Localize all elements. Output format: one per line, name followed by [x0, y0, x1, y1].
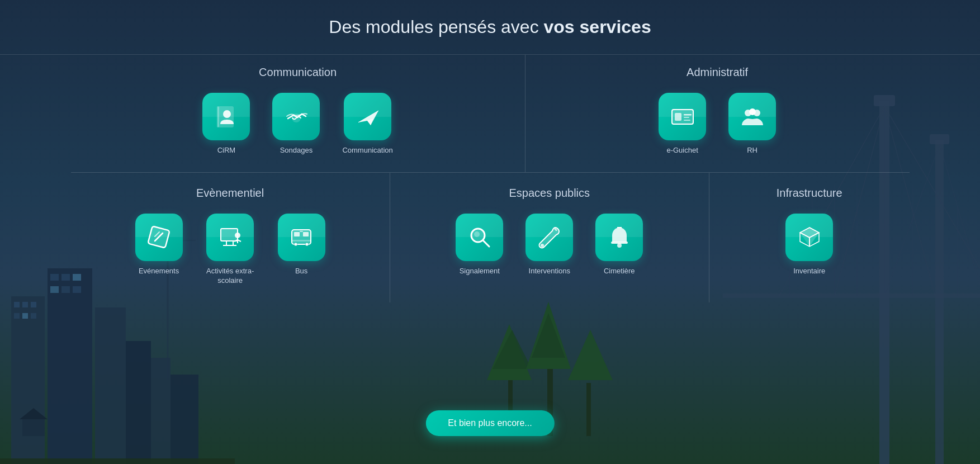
section-infrastructure: Infrastructure: [709, 173, 910, 302]
section-title-evenementiel: Evènementiel: [88, 187, 373, 200]
inventaire-icon: [796, 223, 823, 251]
infrastructure-icons: Inventaire: [726, 214, 893, 276]
svg-point-90: [617, 243, 622, 248]
evenements-icon-box: [135, 214, 183, 261]
activites-icon-box: [206, 214, 254, 261]
svg-point-64: [749, 108, 756, 115]
module-evenements[interactable]: Evénements: [135, 214, 183, 286]
communication-label: Communication: [342, 146, 392, 155]
cta-button[interactable]: Et bien plus encore...: [425, 410, 554, 436]
module-rh[interactable]: RH: [728, 93, 776, 155]
communication-icon: [354, 103, 382, 131]
eguichet-label: e-Guichet: [666, 146, 698, 155]
administratif-icons: e-Guichet RH: [542, 93, 893, 155]
section-evenementiel: Evènementiel Evé: [71, 173, 390, 302]
svg-rect-78: [294, 232, 300, 236]
communication-icon-box: [344, 93, 391, 140]
section-administratif: Administratif: [525, 55, 910, 172]
svg-rect-61: [684, 120, 690, 121]
svg-marker-53: [358, 111, 378, 125]
svg-point-51: [223, 110, 231, 118]
module-inventaire[interactable]: Inventaire: [785, 214, 833, 276]
activites-label: Activités extra-scolaire: [205, 267, 255, 286]
module-eguichet[interactable]: e-Guichet: [659, 93, 706, 155]
sondages-icon: [282, 103, 310, 131]
cirm-label: CiRM: [217, 146, 236, 155]
rh-icon: [738, 103, 766, 131]
module-signalement[interactable]: Signalement: [456, 214, 503, 276]
bus-label: Bus: [295, 267, 307, 276]
espaces-icons: Signalement Interventions: [407, 214, 692, 276]
svg-point-73: [235, 233, 240, 238]
communication-icons: CiRM Sondages: [88, 93, 508, 155]
interventions-icon: [536, 223, 564, 251]
sondages-icon-box: [272, 93, 320, 140]
svg-rect-83: [300, 231, 303, 232]
cimetiere-label: Cimetière: [604, 267, 635, 276]
modules-container: Communication Ci: [71, 55, 910, 302]
module-interventions[interactable]: Interventions: [525, 214, 573, 276]
cimetiere-icon: [605, 223, 633, 251]
page-title: Des modules pensés avec vos services: [329, 17, 651, 37]
section-communication: Communication Ci: [71, 55, 525, 172]
bus-icon: [287, 223, 315, 251]
svg-point-81: [294, 243, 297, 246]
signalement-icon-box: [456, 214, 503, 261]
interventions-label: Interventions: [529, 267, 570, 276]
module-bus[interactable]: Bus: [278, 214, 325, 286]
bottom-row: Evènementiel Evé: [71, 173, 910, 302]
inventaire-label: Inventaire: [793, 267, 825, 276]
signalement-icon: [466, 223, 494, 251]
svg-rect-79: [303, 232, 309, 236]
interventions-icon-box: [525, 214, 573, 261]
cirm-icon-box: [202, 93, 250, 140]
svg-rect-58: [675, 113, 681, 121]
module-sondages[interactable]: Sondages: [272, 93, 320, 155]
page-content: Des modules pensés avec vos services Com…: [0, 0, 980, 464]
cimetiere-icon-box: [595, 214, 643, 261]
evenements-icon: [145, 223, 173, 251]
svg-point-87: [541, 244, 544, 247]
evenements-label: Evénements: [139, 267, 179, 276]
eguichet-icon-box: [659, 93, 706, 140]
bus-icon-box: [278, 214, 325, 261]
cirm-icon: [212, 103, 240, 131]
inventaire-icon-box: [785, 214, 833, 261]
activites-icon: [216, 223, 244, 251]
rh-label: RH: [747, 146, 758, 155]
svg-point-86: [474, 231, 480, 237]
module-activites[interactable]: Activités extra-scolaire: [205, 214, 255, 286]
rh-icon-box: [728, 93, 776, 140]
svg-rect-59: [684, 114, 692, 116]
module-cimetiere[interactable]: Cimetière: [595, 214, 643, 276]
section-title-communication: Communication: [88, 66, 508, 79]
section-title-administratif: Administratif: [542, 66, 893, 79]
top-row: Communication Ci: [71, 55, 910, 172]
svg-rect-50: [217, 106, 219, 127]
section-title-infrastructure: Infrastructure: [726, 187, 893, 200]
section-espaces-publics: Espaces publics Signalement: [390, 173, 709, 302]
svg-point-82: [305, 243, 309, 246]
svg-rect-80: [292, 240, 311, 242]
section-title-espaces: Espaces publics: [407, 187, 692, 200]
cta-wrapper: Et bien plus encore...: [425, 410, 554, 436]
module-communication[interactable]: Communication: [342, 93, 392, 155]
eguichet-icon: [669, 103, 697, 131]
module-cirm[interactable]: CiRM: [202, 93, 250, 155]
svg-rect-60: [684, 117, 689, 118]
sondages-label: Sondages: [280, 146, 313, 155]
evenementiel-icons: Evénements: [88, 214, 373, 286]
signalement-label: Signalement: [460, 267, 500, 276]
svg-line-85: [483, 240, 489, 247]
